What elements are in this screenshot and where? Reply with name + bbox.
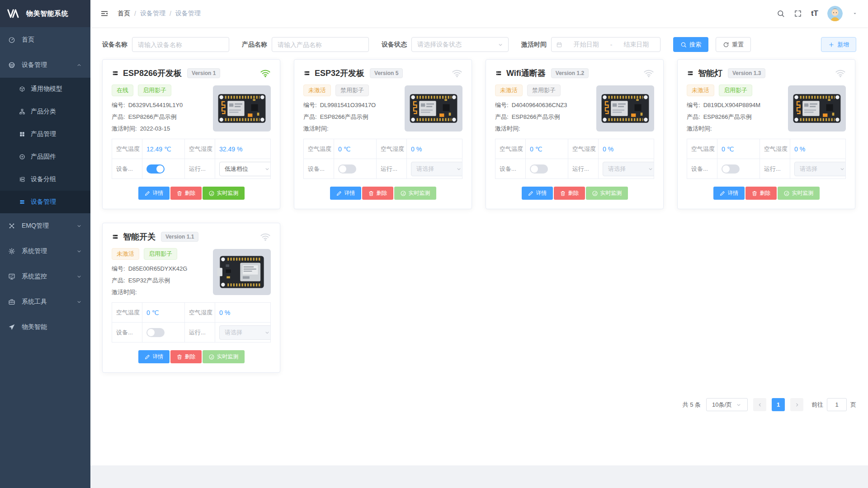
sidebar-item-product-mgmt[interactable]: 产品管理 (0, 123, 90, 145)
device-list-icon (495, 70, 502, 77)
date-range-picker[interactable]: 开始日期 - 结束日期 (551, 37, 660, 52)
search-icon (680, 42, 687, 48)
breadcrumb-device-mgmt: 设备管理 (140, 9, 165, 18)
run-mode-select[interactable]: 请选择 (794, 162, 846, 176)
version-badge: Version 5 (370, 68, 403, 78)
sidebar-item-home[interactable]: 首页 (0, 27, 90, 52)
gauge-icon (592, 190, 598, 197)
device-product: ESP8266产品示例 (320, 113, 368, 120)
app-title: 物美智能系统 (26, 9, 68, 18)
calendar-icon (556, 42, 562, 48)
device-sn: DL9981541O39417O (320, 102, 376, 108)
detail-button[interactable]: 详情 (713, 187, 745, 200)
humidity-value: 0 % (215, 303, 271, 323)
font-size-icon[interactable]: tT (811, 9, 818, 18)
end-date-placeholder: 结束日期 (617, 41, 656, 49)
chevron-down-icon (497, 42, 504, 48)
device-image (213, 249, 271, 295)
page-size-select[interactable]: 10条/页 (706, 398, 748, 411)
wifi-status-icon (260, 231, 271, 242)
sidebar-item-device-list[interactable]: 设备管理 (0, 191, 90, 213)
fullscreen-icon[interactable] (794, 9, 802, 18)
gauge-icon (783, 190, 790, 197)
device-switch-toggle[interactable] (530, 164, 548, 174)
chevron-down-icon (76, 273, 82, 280)
humidity-value: 0 % (790, 139, 846, 159)
delete-button[interactable]: 删除 (745, 187, 777, 200)
delete-button[interactable]: 删除 (170, 350, 202, 363)
detail-button[interactable]: 详情 (138, 350, 170, 363)
version-badge: Version 1.3 (728, 68, 765, 78)
list-icon (19, 199, 25, 205)
device-status-label: 设备状态 (382, 41, 407, 49)
device-switch-toggle[interactable] (338, 164, 356, 174)
chevron-down-icon (839, 166, 845, 172)
sidebar-item-thing-model[interactable]: 通用物模型 (0, 78, 90, 100)
sidebar-item-system-monitor[interactable]: 系统监控 (0, 264, 90, 289)
avatar[interactable] (827, 6, 843, 21)
sidebar-item-firmware[interactable]: 产品固件 (0, 145, 90, 168)
sidebar-item-device-group[interactable]: 设备分组 (0, 168, 90, 191)
temp-value: 0 ℃ (334, 139, 377, 159)
delete-button[interactable]: 删除 (554, 187, 585, 200)
next-page-button[interactable] (790, 398, 803, 411)
device-switch-toggle[interactable] (146, 164, 165, 174)
device-product: ESP8266产品示例 (128, 113, 177, 120)
sidebar-item-emq[interactable]: EMQ管理 (0, 213, 90, 239)
device-name-input[interactable] (132, 37, 229, 52)
device-switch-toggle[interactable] (146, 328, 165, 337)
monitor-button[interactable]: 实时监测 (203, 187, 245, 200)
emq-icon (8, 222, 15, 230)
device-title: ESP32开发板 (315, 68, 364, 79)
logo-icon (7, 9, 22, 18)
sidebar-item-product-category[interactable]: 产品分类 (0, 100, 90, 123)
device-product: ESP8266产品示例 (512, 113, 560, 120)
navbar-actions: tT (777, 6, 858, 21)
trash-icon (368, 190, 374, 197)
pagination-total: 共 5 条 (683, 401, 701, 409)
refresh-icon (723, 42, 729, 48)
dashboard-icon (8, 36, 15, 43)
device-list-icon (112, 70, 119, 77)
prev-page-button[interactable] (753, 398, 766, 411)
monitor-button: 实时监测 (778, 187, 820, 200)
sidebar-item-system-tools[interactable]: 系统工具 (0, 289, 90, 314)
plus-icon (828, 42, 835, 48)
page-number-current[interactable]: 1 (772, 398, 785, 411)
add-device-button[interactable]: 新增 (821, 37, 856, 52)
device-switch-toggle[interactable] (722, 164, 740, 174)
goto-page-input[interactable] (827, 398, 847, 411)
search-icon[interactable] (777, 9, 785, 18)
breadcrumb-current: 设备管理 (175, 9, 201, 18)
device-props-table: 空气温度 12.49 ℃ 空气湿度 32.49 % 设备... 运行... (112, 139, 271, 179)
chevron-down-icon (76, 223, 82, 229)
reset-button[interactable]: 重置 (716, 37, 751, 52)
detail-button[interactable]: 详情 (330, 187, 361, 200)
sidebar-item-device-mgmt[interactable]: 设备管理 (0, 52, 90, 78)
run-mode-select[interactable]: 请选择 (603, 162, 654, 176)
pencil-icon (336, 190, 342, 197)
sidebar-item-wumei-smart[interactable]: 物美智能 (0, 314, 90, 340)
device-status-select[interactable]: 请选择设备状态 (411, 37, 509, 52)
user-menu-caret-icon[interactable] (852, 10, 858, 17)
run-mode-select[interactable]: 请选择 (219, 325, 271, 340)
monitor-button: 实时监测 (586, 187, 628, 200)
delete-button[interactable]: 删除 (170, 187, 202, 200)
sidebar-item-system-mgmt[interactable]: 系统管理 (0, 239, 90, 264)
sidebar-collapse-icon[interactable] (100, 9, 108, 18)
breadcrumb-home[interactable]: 首页 (118, 9, 130, 18)
chevron-down-icon (647, 166, 654, 172)
shadow-badge: 启用影子 (719, 84, 752, 96)
detail-button[interactable]: 详情 (522, 187, 553, 200)
trash-icon (176, 190, 183, 197)
delete-button[interactable]: 删除 (362, 187, 393, 200)
product-name-input[interactable] (272, 37, 369, 52)
temp-value: 0 ℃ (142, 303, 185, 323)
run-mode-select[interactable]: 请选择 (411, 162, 462, 176)
detail-button[interactable]: 详情 (138, 187, 170, 200)
device-card: 智能开关 Version 1.1 未激活 启用影子 编号:D85E00R65DY… (102, 223, 280, 373)
version-badge: Version 1.2 (551, 68, 589, 78)
status-badge: 未激活 (303, 84, 331, 96)
run-mode-select[interactable]: 低速档位 (219, 162, 271, 176)
search-button[interactable]: 搜索 (673, 37, 708, 52)
